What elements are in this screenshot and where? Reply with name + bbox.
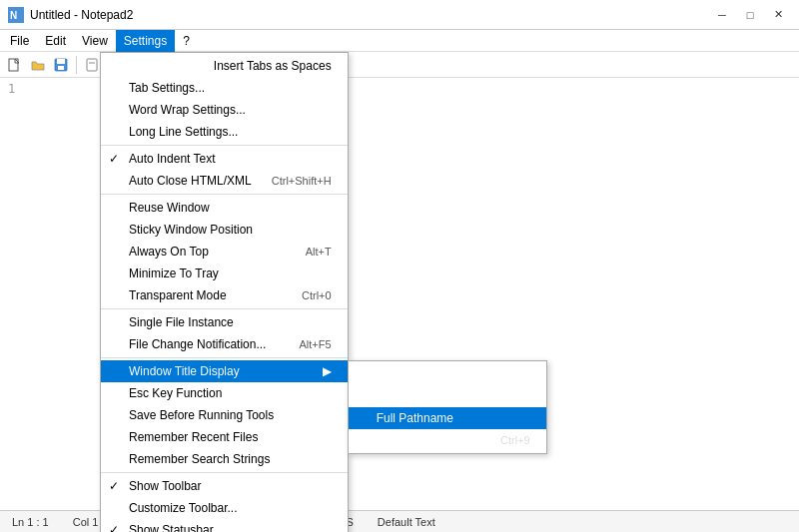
status-ln: Ln 1 : 1: [8, 516, 53, 528]
window-title-arrow: ▶: [303, 364, 332, 378]
menu-item-file-change[interactable]: File Change Notification... Alt+F5: [101, 333, 348, 355]
submenu-full-pathname[interactable]: Full Pathname: [349, 407, 546, 429]
open-button[interactable]: [27, 54, 49, 76]
menu-item-word-wrap[interactable]: Word Wrap Settings...: [101, 99, 348, 121]
submenu-filename-only[interactable]: Filename Only: [349, 363, 546, 385]
svg-rect-6: [58, 66, 64, 70]
menu-item-auto-indent[interactable]: ✓ Auto Indent Text: [101, 148, 348, 170]
submenu-filename-directory[interactable]: ● Filename and Directory: [349, 385, 546, 407]
menu-item-transparent[interactable]: Transparent Mode Ctrl+0: [101, 284, 348, 306]
menu-item-insert-tabs[interactable]: Insert Tabs as Spaces: [101, 55, 348, 77]
title-bar: N Untitled - Notepad2 ─ □ ✕: [0, 0, 799, 30]
auto-close-shortcut: Ctrl+Shift+H: [252, 175, 332, 187]
title-bar-left: N Untitled - Notepad2: [8, 7, 133, 23]
maximize-button[interactable]: □: [737, 5, 763, 25]
sep-1: [101, 145, 348, 146]
minimize-button[interactable]: ─: [709, 5, 735, 25]
status-col: Col 1: [69, 516, 103, 528]
sep-4: [101, 357, 348, 358]
window-title: Untitled - Notepad2: [30, 8, 133, 22]
menu-bar: File Edit View Settings ?: [0, 30, 799, 52]
menu-item-long-line[interactable]: Long Line Settings...: [101, 121, 348, 143]
title-bar-controls: ─ □ ✕: [709, 5, 791, 25]
show-toolbar-check: ✓: [109, 479, 119, 493]
svg-rect-7: [87, 59, 97, 71]
filename-directory-check: ●: [357, 389, 364, 403]
sep-2: [101, 194, 348, 195]
svg-text:N: N: [10, 10, 17, 21]
new-button[interactable]: [4, 54, 26, 76]
status-font: Default Text: [374, 516, 439, 528]
menu-item-save-before[interactable]: Save Before Running Tools: [101, 404, 348, 426]
menu-item-show-statusbar[interactable]: ✓ Show Statusbar: [101, 519, 348, 532]
menu-item-window-title[interactable]: Window Title Display ▶ Filename Only ● F…: [101, 360, 348, 382]
close-button[interactable]: ✕: [765, 5, 791, 25]
save-button[interactable]: [50, 54, 72, 76]
auto-indent-check: ✓: [109, 152, 119, 166]
menu-file[interactable]: File: [2, 30, 37, 52]
sep-5: [101, 472, 348, 473]
line-number: 1: [8, 82, 15, 96]
menu-item-reuse-window[interactable]: Reuse Window: [101, 197, 348, 219]
menu-item-remember-files[interactable]: Remember Recent Files: [101, 426, 348, 448]
menu-item-always-on-top[interactable]: Always On Top Alt+T: [101, 241, 348, 263]
toolbar-sep-1: [76, 56, 77, 74]
menu-item-remember-search[interactable]: Remember Search Strings: [101, 448, 348, 470]
menu-item-minimize-tray[interactable]: Minimize To Tray: [101, 263, 348, 284]
menu-item-esc-key[interactable]: Esc Key Function: [101, 382, 348, 404]
text-excerpt-shortcut: Ctrl+9: [480, 434, 530, 446]
submenu-text-excerpt[interactable]: Text Excerpt Ctrl+9: [349, 429, 546, 451]
menu-edit[interactable]: Edit: [37, 30, 74, 52]
menu-item-sticky-window[interactable]: Sticky Window Position: [101, 219, 348, 241]
menu-item-single-file[interactable]: Single File Instance: [101, 311, 348, 333]
svg-rect-5: [57, 59, 65, 64]
menu-view[interactable]: View: [74, 30, 116, 52]
menu-item-auto-close[interactable]: Auto Close HTML/XML Ctrl+Shift+H: [101, 170, 348, 192]
transparent-shortcut: Ctrl+0: [282, 289, 332, 301]
always-on-top-shortcut: Alt+T: [286, 246, 332, 258]
settings-dropdown: Insert Tabs as Spaces Tab Settings... Wo…: [100, 52, 349, 532]
menu-help[interactable]: ?: [175, 30, 198, 52]
window-title-submenu: Filename Only ● Filename and Directory F…: [348, 360, 547, 454]
menu-settings[interactable]: Settings: [116, 30, 175, 52]
show-statusbar-check: ✓: [109, 523, 119, 532]
app-icon: N: [8, 7, 24, 23]
sep-3: [101, 308, 348, 309]
menu-item-tab-settings[interactable]: Tab Settings...: [101, 77, 348, 99]
file-change-shortcut: Alt+F5: [280, 338, 332, 350]
menu-item-show-toolbar[interactable]: ✓ Show Toolbar: [101, 475, 348, 497]
menu-item-customize-toolbar[interactable]: Customize Toolbar...: [101, 497, 348, 519]
